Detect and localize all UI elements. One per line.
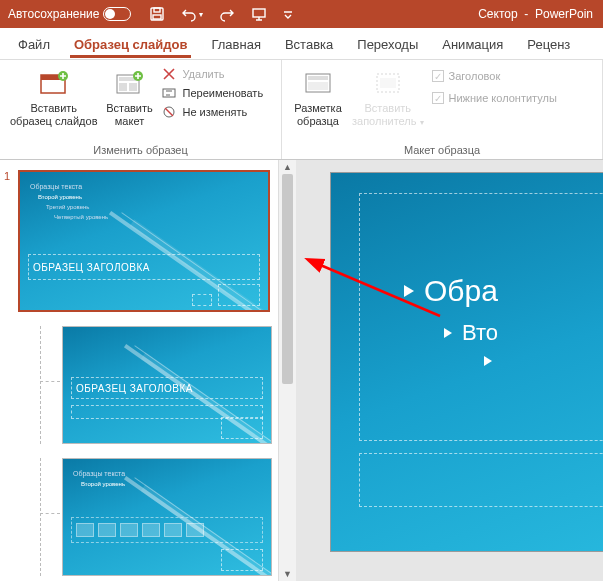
svg-rect-9 [119,83,127,91]
slidenum-placeholder-preview [192,294,212,306]
svg-rect-18 [380,78,396,88]
tab-transitions[interactable]: Переходы [345,31,430,57]
rename-button[interactable]: Переименовать [161,85,263,101]
svg-rect-15 [308,76,328,80]
insert-placeholder-button: Вставитьзаполнитель ▾ [348,64,428,131]
footer-placeholder-preview [221,549,263,571]
thumbnail-pane[interactable]: 1 Образцы текста Второй уровень Третий у… [0,160,296,581]
rename-icon [161,85,177,101]
workspace: 1 Образцы текста Второй уровень Третий у… [0,160,603,581]
insert-slide-master-icon [38,68,70,100]
master-layout-icon [302,68,334,100]
svg-rect-16 [308,82,328,90]
autosave-toggle[interactable] [103,7,131,21]
insert-layout-button[interactable]: Вставитьмакет [101,64,157,130]
group-label-edit-master: Изменить образец [6,142,275,157]
insert-layout-icon [113,68,145,100]
tab-review[interactable]: Реценз [515,31,582,57]
slideshow-icon[interactable] [251,6,267,22]
insert-placeholder-icon [372,68,404,100]
footers-checkbox: Нижние колонтитулы [432,92,557,104]
tab-insert[interactable]: Вставка [273,31,345,57]
preserve-button[interactable]: Не изменять [161,104,263,120]
scroll-down-icon[interactable]: ▼ [279,567,296,581]
titlebar: Автосохранение ▾ Сектор - PowerPoin [0,0,603,28]
layout-thumbnail[interactable]: ОБРАЗЕЦ ЗАГОЛОВКА [62,326,272,444]
insert-slide-master-button[interactable]: Вставитьобразец слайдов [6,64,101,130]
undo-button[interactable]: ▾ [181,6,203,22]
chevron-down-icon[interactable]: ▾ [199,10,203,19]
master-layout-button[interactable]: Разметкаобразца [288,64,348,130]
group-label-master-layout: Макет образца [288,142,596,157]
redo-button[interactable] [219,6,235,22]
slide-canvas[interactable]: Обра Вто [330,172,603,552]
annotation-arrow [310,256,450,329]
thumbnail-scrollbar[interactable]: ▲ ▼ [278,160,296,581]
svg-rect-10 [129,83,137,91]
title-checkbox: Заголовок [432,70,557,82]
body-placeholder-preview: Образцы текста Второй уровень Третий уро… [30,182,108,222]
slide-editor[interactable]: Обра Вто [296,160,603,581]
svg-line-19 [318,264,440,316]
scroll-up-icon[interactable]: ▲ [279,160,296,174]
svg-rect-3 [253,9,265,17]
footer-placeholder-preview [218,284,260,306]
bullet-icon [484,356,492,366]
title-placeholder-preview: ОБРАЗЕЦ ЗАГОЛОВКА [71,377,263,399]
content-placeholder-preview [71,517,263,543]
preserve-icon [161,104,177,120]
layout-thumbnail[interactable]: Образцы текста Второй уровень [62,458,272,576]
footer-placeholder-preview [221,417,263,439]
quick-access-toolbar: ▾ [149,6,293,22]
body-placeholder-preview: Образцы текста Второй уровень [73,469,125,489]
slide-master-thumbnail[interactable]: 1 Образцы текста Второй уровень Третий у… [18,170,272,312]
ribbon: Вставитьобразец слайдов Вставитьмакет Уд… [0,60,603,160]
delete-button: Удалить [161,66,263,82]
title-placeholder[interactable] [359,453,603,507]
svg-rect-1 [154,8,160,12]
slide-index: 1 [4,170,10,182]
delete-icon [161,66,177,82]
qat-customize-icon[interactable] [283,6,293,22]
tab-animation[interactable]: Анимация [430,31,515,57]
ribbon-tabs: Файл Образец слайдов Главная Вставка Пер… [0,28,603,60]
window-title: Сектор - PowerPoin [478,7,595,21]
tab-slide-master[interactable]: Образец слайдов [62,31,200,57]
save-icon[interactable] [149,6,165,22]
svg-rect-12 [163,89,175,97]
bullet-icon [444,328,452,338]
ribbon-group-master-layout: Разметкаобразца Вставитьзаполнитель ▾ За… [282,60,603,159]
body-text-level2: Вто [462,320,498,346]
tab-file[interactable]: Файл [6,31,62,57]
tab-home[interactable]: Главная [199,31,272,57]
title-placeholder-preview: ОБРАЗЕЦ ЗАГОЛОВКА [28,254,260,280]
checkbox-icon [432,70,444,82]
svg-rect-2 [153,15,161,19]
ribbon-group-edit-master: Вставитьобразец слайдов Вставитьмакет Уд… [0,60,282,159]
scrollbar-thumb[interactable] [282,174,293,384]
checkbox-icon [432,92,444,104]
autosave-label: Автосохранение [8,7,99,21]
